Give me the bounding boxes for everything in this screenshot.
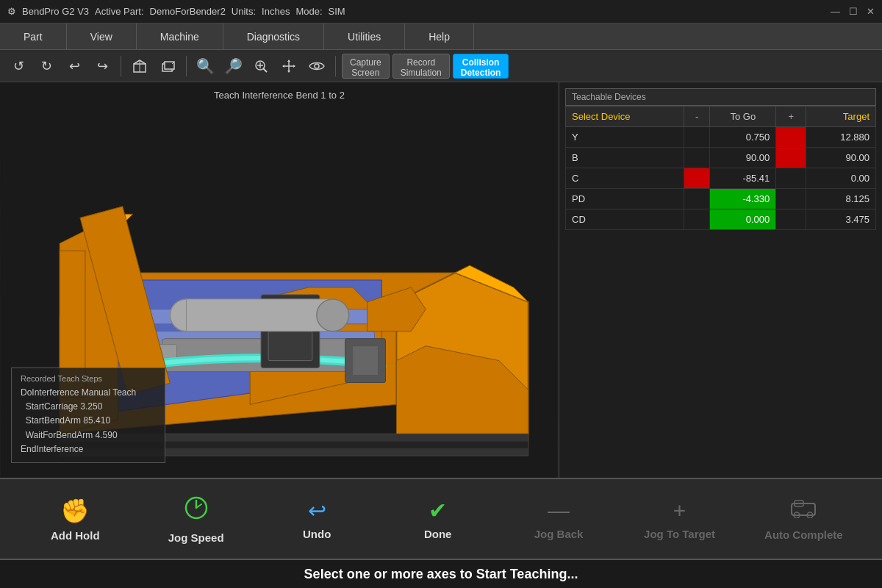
window-controls: — ☐ ✕: [831, 6, 875, 17]
minus-cell-pd: [684, 189, 710, 209]
to-go-pd: -4.330: [710, 189, 776, 209]
teach-step-0: DoInterference Manual Teach: [21, 386, 156, 400]
teach-step-3: WaitForBendArm 4.590: [21, 429, 156, 442]
mode-value: SIM: [329, 6, 345, 17]
active-part-label: Active Part:: [95, 6, 143, 17]
svg-marker-13: [287, 60, 290, 62]
zoom-out-button[interactable]: 🔍: [193, 54, 218, 79]
zoom-fit-button[interactable]: [248, 54, 273, 79]
cube-view-button[interactable]: [155, 54, 180, 79]
auto-complete-button: Auto Complete: [753, 491, 855, 547]
undo-label: Undo: [303, 528, 331, 540]
rotate-ccw-button[interactable]: ↺: [6, 54, 31, 79]
add-hold-label: Add Hold: [51, 529, 100, 542]
teachable-devices-panel: Teachable Devices Select Device - To Go …: [559, 82, 882, 478]
minus-cell-y: [684, 127, 710, 148]
menu-view[interactable]: View: [67, 24, 137, 49]
auto-complete-label: Auto Complete: [764, 528, 843, 541]
col-to-go: To Go: [710, 107, 776, 127]
teach-steps-panel: Recorded Teach Steps DoInterference Manu…: [11, 368, 165, 463]
teach-steps-title: Recorded Teach Steps: [21, 374, 156, 383]
plus-cell-b: [776, 148, 806, 168]
menu-machine[interactable]: Machine: [137, 24, 223, 49]
device-pd: PD: [566, 189, 684, 209]
titlebar-info: ⚙ BendPro G2 V3 Active Part: DemoForBend…: [7, 6, 345, 17]
menu-part[interactable]: Part: [0, 24, 67, 49]
status-text: Select one or more axes to Start Teachin…: [304, 567, 578, 582]
target-y: 12.880: [806, 127, 876, 148]
viewport[interactable]: Teach Interference Bend 1 to 2: [0, 82, 559, 478]
bottom-toolbar: ✊ Add Hold Jog Speed ↩ Undo ✔ Done — Jog…: [0, 478, 882, 559]
units-label: Units:: [232, 6, 256, 17]
col-target: Target: [806, 107, 876, 127]
app-title: BendPro G2 V3: [22, 6, 89, 17]
target-b: 90.00: [806, 148, 876, 168]
active-part-value: DemoForBender2: [150, 6, 226, 17]
plus-cell-c: [776, 168, 806, 189]
app-logo-icon: ⚙: [7, 6, 16, 17]
close-button[interactable]: ✕: [867, 6, 875, 17]
device-cd: CD: [566, 209, 684, 230]
device-b: B: [566, 148, 684, 168]
add-hold-icon: ✊: [60, 497, 90, 525]
jog-to-target-button: + Jog To Target: [632, 492, 728, 546]
teach-table: Select Device - To Go + Target Y 0.750 1…: [565, 106, 876, 230]
menu-diagnostics[interactable]: Diagnostics: [223, 24, 324, 49]
menu-help[interactable]: Help: [405, 24, 474, 49]
svg-marker-15: [282, 65, 284, 68]
col-minus: -: [684, 107, 710, 127]
eye-button[interactable]: [304, 54, 329, 79]
collision-detection-button[interactable]: CollisionDetection: [453, 54, 509, 79]
svg-marker-16: [293, 65, 295, 68]
status-bar: Select one or more axes to Start Teachin…: [0, 559, 882, 588]
box-view-button[interactable]: [127, 54, 152, 79]
minus-cell-cd: [684, 209, 710, 230]
toolbar-separator-1: [121, 56, 121, 76]
redo-view-button[interactable]: ↪: [90, 54, 115, 79]
minus-cell-c: [684, 168, 710, 189]
mode-label: Mode:: [295, 6, 322, 17]
minimize-button[interactable]: —: [831, 6, 840, 17]
svg-marker-14: [287, 71, 290, 73]
zoom-in-button[interactable]: 🔎: [220, 54, 245, 79]
menu-utilities[interactable]: Utilities: [324, 24, 405, 49]
undo-button[interactable]: ↩ Undo: [269, 492, 365, 546]
svg-rect-35: [186, 299, 332, 331]
done-label: Done: [424, 528, 452, 540]
teach-table-body: Y 0.750 12.880 B 90.00 90.00 C: [566, 127, 876, 230]
auto-complete-icon: [790, 497, 817, 524]
table-row: B 90.00 90.00: [566, 148, 876, 168]
undo-view-button[interactable]: ↩: [62, 54, 87, 79]
svg-point-17: [315, 64, 319, 68]
jog-speed-label: Jog Speed: [168, 531, 224, 544]
col-select-device: Select Device: [566, 107, 684, 127]
target-cd: 3.475: [806, 209, 876, 230]
jog-to-target-icon: +: [673, 498, 686, 523]
jog-back-button: — Jog Back: [511, 492, 606, 546]
record-simulation-button[interactable]: RecordSimulation: [392, 54, 450, 79]
table-row: C -85.41 0.00: [566, 168, 876, 189]
titlebar: ⚙ BendPro G2 V3 Active Part: DemoForBend…: [0, 0, 882, 24]
table-row: Y 0.750 12.880: [566, 127, 876, 148]
target-pd: 8.125: [806, 189, 876, 209]
plus-cell-y: [776, 127, 806, 148]
jog-to-target-label: Jog To Target: [644, 528, 715, 540]
col-plus: +: [776, 107, 806, 127]
toolbar-separator-3: [335, 56, 336, 76]
plus-cell-cd: [776, 209, 806, 230]
viewport-title: Teach Interference Bend 1 to 2: [214, 90, 345, 101]
device-c: C: [566, 168, 684, 189]
done-button[interactable]: ✔ Done: [390, 492, 486, 546]
jog-speed-button[interactable]: Jog Speed: [148, 489, 244, 550]
teachable-devices-title: Teachable Devices: [565, 88, 876, 106]
teach-step-4: EndInterference: [21, 442, 156, 456]
restore-button[interactable]: ☐: [849, 6, 858, 17]
add-hold-button[interactable]: ✊ Add Hold: [27, 491, 123, 548]
rotate-cw-button[interactable]: ↺: [34, 54, 59, 79]
svg-line-8: [263, 68, 267, 72]
capture-screen-button[interactable]: CaptureScreen: [342, 54, 390, 79]
table-row: PD -4.330 8.125: [566, 189, 876, 209]
pan-button[interactable]: [276, 54, 301, 79]
jog-back-icon: —: [548, 498, 570, 523]
done-icon: ✔: [429, 498, 447, 523]
